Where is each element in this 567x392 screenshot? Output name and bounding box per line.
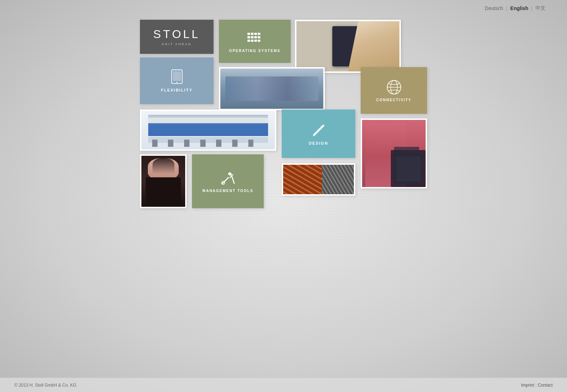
texture-art [283, 165, 354, 194]
svg-rect-8 [251, 36, 253, 38]
photo-tablet-tile[interactable] [295, 20, 401, 73]
svg-rect-10 [258, 36, 260, 38]
svg-rect-13 [254, 39, 257, 42]
operating-systems-tile[interactable]: OPERATING SYSTEMS [219, 20, 291, 63]
footer-links: Imprint : Contact [521, 383, 553, 388]
svg-rect-7 [247, 36, 250, 38]
svg-rect-5 [254, 33, 257, 35]
tools-icon [220, 170, 236, 186]
stoll-logo-tile[interactable]: STOLL KNIT AHEAD [140, 20, 214, 54]
machine-art [141, 111, 275, 149]
flexibility-tile[interactable]: FLEXIBILITY [140, 57, 214, 104]
photo-machine-tile[interactable] [140, 109, 276, 151]
photo-model-tile[interactable] [140, 154, 187, 208]
svg-rect-14 [258, 39, 260, 42]
management-label: MANAGEMENT TOOLS [202, 189, 253, 193]
main-content: STOLL KNIT AHEAD FLEXIBILITY OPERATING S… [140, 20, 427, 221]
globe-icon [386, 79, 402, 95]
model-art [141, 156, 185, 207]
svg-rect-11 [247, 39, 250, 42]
operating-icon [247, 30, 263, 46]
lang-sep-2: | [531, 5, 533, 11]
svg-rect-9 [254, 36, 257, 38]
photo-texture-tile[interactable] [282, 163, 355, 196]
svg-rect-4 [251, 33, 253, 35]
management-tools-tile[interactable]: MANAGEMENT TOOLS [192, 154, 264, 208]
flexibility-label: FLEXIBILITY [161, 88, 193, 92]
design-tile[interactable]: DESIGN [282, 109, 355, 158]
footer-separator: : [535, 383, 538, 388]
lang-deutsch[interactable]: Deutsch [485, 5, 503, 11]
photo-fashion-tile[interactable] [361, 118, 427, 188]
factory-art [220, 69, 323, 109]
tablet-icon [169, 69, 185, 85]
hand-tablet-art [296, 21, 399, 71]
svg-rect-12 [251, 39, 253, 42]
pencil-icon [311, 122, 327, 138]
svg-line-19 [222, 177, 229, 184]
footer-imprint[interactable]: Imprint [521, 383, 534, 388]
footer: © 2013 H. Stoll GmbH & Co. KG Imprint : … [0, 378, 567, 392]
svg-rect-1 [173, 71, 181, 81]
design-label: DESIGN [309, 141, 328, 145]
language-bar: Deutsch | English | 中文 [485, 5, 545, 11]
stoll-title: STOLL [153, 28, 200, 41]
lang-english[interactable]: English [510, 5, 529, 11]
svg-rect-3 [247, 33, 250, 35]
footer-copyright: © 2013 H. Stoll GmbH & Co. KG [14, 383, 76, 388]
fashion-art [362, 120, 426, 187]
footer-contact[interactable]: Contact [538, 383, 553, 388]
photo-factory-tile[interactable] [219, 67, 325, 110]
lang-chinese[interactable]: 中文 [535, 5, 545, 11]
connectivity-tile[interactable]: CONNECTIVITY [361, 67, 427, 114]
svg-point-2 [176, 82, 177, 83]
svg-rect-6 [258, 33, 260, 35]
lang-sep-1: | [506, 5, 507, 11]
svg-line-21 [231, 175, 234, 183]
stoll-subtitle: KNIT AHEAD [162, 42, 192, 46]
operating-label: OPERATING SYSTEMS [229, 49, 280, 53]
connectivity-label: CONNECTIVITY [376, 98, 411, 102]
